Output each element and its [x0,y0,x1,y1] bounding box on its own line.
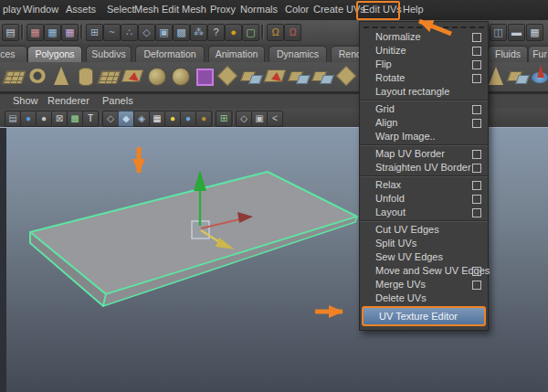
menu-item-sew-uv-edges[interactable]: Sew UV Edges [360,250,488,264]
menu-item-unfold[interactable]: Unfold [360,192,488,206]
menu-window[interactable]: Window [23,4,58,15]
option-box-relax[interactable] [472,181,481,190]
film-gate-icon[interactable]: ▤ [5,111,21,127]
highlight-selection-icon[interactable]: ▢ [242,24,259,41]
option-box-align[interactable] [472,119,481,128]
poly-cylinder-icon[interactable] [74,65,96,88]
menu-item-rotate[interactable]: Rotate [360,71,488,85]
snap-to-view-planes-icon[interactable]: ◇ [138,24,155,41]
snap-magnet-curve-icon[interactable]: Ω [284,24,301,41]
lock-icon[interactable]: ● [225,24,242,41]
option-box-move-and-sew-uv-edges[interactable] [472,267,481,276]
snap-to-grids-icon[interactable]: ⊞ [86,24,103,41]
shelf-tab-polygons[interactable]: Polygons [27,46,82,62]
poly-quads-icon[interactable] [240,65,262,88]
camera-sphere-icon[interactable]: ● [20,111,37,127]
menu-tearoff-handle[interactable] [364,23,484,28]
menu-item-merge-uvs[interactable]: Merge UVs [360,278,488,291]
poly-cube-purple-icon[interactable] [193,65,215,88]
option-box-unitize[interactable] [472,47,481,56]
isolate-select-icon[interactable]: ⊞ [216,111,232,127]
poly-cone-icon[interactable] [50,65,72,88]
menu-item-straighten-uv-border[interactable]: Straighten UV Border [360,161,488,175]
menu-item-align[interactable]: Align [360,116,488,130]
poly-sphere-icon[interactable] [145,65,167,88]
menu-item-layout[interactable]: Layout [360,206,488,219]
construction-history-icon[interactable]: ▩ [173,24,190,41]
option-box-straighten-uv-border[interactable] [472,164,481,173]
menu-item-move-and-sew-uv-edges[interactable]: Move and Sew UV Edges [360,264,488,278]
xray-cube-icon[interactable]: ◇ [236,111,252,127]
particle-icon[interactable]: ⁂ [190,24,207,41]
shadows-icon[interactable]: ● [195,111,212,127]
shelf-tab-fur[interactable]: Fur [528,46,548,62]
menu-item-warp-image[interactable]: Warp Image.. [360,130,488,143]
option-box-map-uv-border[interactable] [472,150,481,159]
default-light-icon[interactable]: ● [164,111,181,127]
menu-proxy[interactable]: Proxy [210,4,236,15]
option-box-unfold[interactable] [472,195,481,204]
poly-combine-icon[interactable] [264,65,286,88]
poly-extract-icon[interactable] [288,65,310,88]
overlap-windows-icon[interactable]: ▣ [251,111,268,127]
menu-item-delete-uvs[interactable]: Delete UVs [360,291,488,305]
menu-item-cut-uv-edges[interactable]: Cut UV Edges [360,223,488,237]
shelf-tab-dynamics[interactable]: Dynamics [269,46,327,62]
menu-select[interactable]: Select [107,4,135,15]
gate-mask-icon[interactable]: ⊠ [51,111,68,127]
poly-plane-select-icon[interactable] [98,65,120,88]
select-by-component-icon[interactable]: ▦ [61,24,79,41]
menu-normals[interactable]: Normals [240,4,278,15]
option-box-normalize[interactable] [472,33,481,42]
menu-help[interactable]: Help [403,4,424,15]
menu-item-layout-rectangle[interactable]: Layout rectangle [360,85,488,99]
safe-title-icon[interactable]: T [82,111,99,127]
option-box-grid[interactable] [472,105,481,114]
menu-play[interactable]: play [3,4,21,15]
poly-plane-arrow-icon[interactable] [121,65,143,88]
shelf-tab-fluids[interactable]: Fluids [488,46,528,62]
shelf-tab-faces[interactable]: faces [0,46,27,62]
menu-color[interactable]: Color [285,4,309,15]
select-by-hierarchy-icon[interactable]: ▦ [26,24,44,41]
wireframe-cube-icon[interactable]: ◇ [102,111,119,127]
shelf-tab-animation[interactable]: Animation [208,46,265,62]
shelf-tab-deformation[interactable]: Deformation [135,46,205,62]
menu-item-normalize[interactable]: Normalize [360,30,488,44]
textured-cube-icon[interactable]: ◈ [133,111,150,127]
menu-assets[interactable]: Assets [66,4,96,15]
checker-texture-icon[interactable]: ▦ [149,111,165,127]
option-box-layout[interactable] [472,208,481,217]
resolution-gate-icon[interactable]: ● [36,111,52,127]
help-icon[interactable]: ? [207,24,225,41]
poly-quads-right-icon[interactable] [507,65,529,88]
snap-to-curves-icon[interactable]: ~ [103,24,121,41]
ipr-render-icon[interactable]: ▦ [526,24,543,41]
poly-cube-icon[interactable] [335,65,357,88]
menu-item-unitize[interactable]: Unitize [360,44,488,58]
poly-torus-icon[interactable] [26,65,48,88]
menu-item-grid[interactable]: Grid [360,102,488,116]
share-view-icon[interactable]: < [267,111,283,127]
panel-menu-panels[interactable]: Panels [102,95,133,106]
poly-sphere-smooth-icon[interactable] [169,65,191,88]
panel-menu-renderer[interactable]: Renderer [47,95,90,106]
menu-edit-mesh[interactable]: Edit Mesh [162,4,206,15]
all-lights-icon[interactable]: ● [180,111,196,127]
smooth-shade-cube-icon[interactable]: ◆ [118,111,134,127]
select-by-object-icon[interactable]: ▦ [44,24,61,41]
menu-item-flip[interactable]: Flip [360,58,488,71]
make-live-icon[interactable]: ▣ [155,24,173,41]
poly-prism-icon[interactable] [216,65,238,88]
option-box-flip[interactable] [472,60,481,69]
field-chart-icon[interactable]: ▩ [67,111,83,127]
save-scene-icon[interactable]: ▤ [2,24,19,41]
option-box-merge-uvs[interactable] [472,281,481,290]
panel-menu-show[interactable]: Show [13,95,38,106]
menu-item-uv-texture-editor[interactable]: UV Texture Editor [362,306,486,326]
menu-item-split-uvs[interactable]: Split UVs [360,237,488,250]
poly-spike-icon[interactable] [529,65,548,88]
render-current-frame-icon[interactable]: ◫ [490,24,507,41]
render-clapperboard-icon[interactable]: ▬ [508,24,525,41]
snap-magnet-grid-icon[interactable]: Ω [267,24,284,41]
